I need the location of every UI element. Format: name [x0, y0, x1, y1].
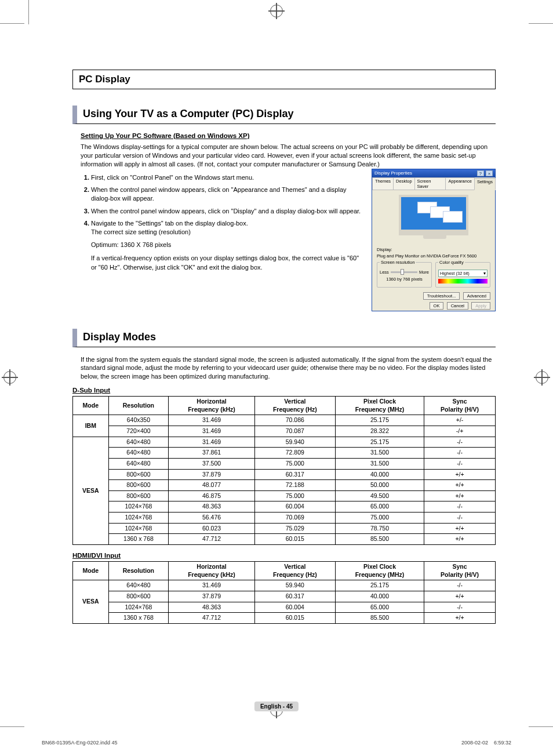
table-header: Resolution [108, 397, 169, 415]
table-row: 1024×76848.36360.00465.000-/- [73, 602, 496, 613]
registration-mark-icon [3, 371, 16, 384]
table-cell: 70.086 [254, 415, 335, 426]
table-cell: -/- [424, 448, 496, 459]
dialog-titlebar: Display Properties ? × [372, 169, 495, 177]
table-row: 720×40031.46970.08728.322-/+ [73, 426, 496, 437]
table-cell: 56.476 [169, 513, 255, 524]
table-cell: 640x350 [108, 415, 169, 426]
setup-steps: First, click on "Control Panel" on the W… [81, 173, 366, 237]
step-3: When the control panel window appears, c… [91, 207, 366, 216]
table-cell: 40.000 [335, 591, 424, 602]
table-cell: 78.750 [335, 523, 424, 534]
intro-paragraph: The Windows display-settings for a typic… [81, 143, 496, 169]
table-cell: 60.015 [254, 534, 335, 545]
table-cell: 31.500 [335, 448, 424, 459]
tab-settings[interactable]: Settings [474, 178, 496, 190]
help-icon[interactable]: ? [477, 170, 484, 176]
table-cell: 47.712 [169, 613, 255, 624]
step-4-note: If a vertical-frequency option exists on… [91, 254, 366, 272]
table-row: 1360 x 76847.71260.01585.500+/+ [73, 613, 496, 624]
table-cell: 75.000 [335, 513, 424, 524]
table-cell: +/+ [424, 480, 496, 491]
cancel-button[interactable]: Cancel [447, 302, 468, 310]
table-row: 1024×76848.36360.00465.000-/- [73, 501, 496, 513]
dsub-table: ModeResolutionHorizontalFrequency (kHz)V… [72, 396, 496, 545]
table-cell: 59.940 [254, 437, 335, 448]
display-value: Plug and Play Monitor on NVIDIA GeForce … [372, 253, 495, 260]
table-cell: 75.000 [254, 458, 335, 469]
table-cell: 720×400 [108, 426, 169, 437]
display-properties-dialog: Display Properties ? × Themes Desktop Sc… [372, 169, 496, 311]
table-cell: 85.500 [335, 534, 424, 545]
table-cell: 1024×768 [108, 513, 169, 524]
tab-desktop[interactable]: Desktop [393, 177, 415, 190]
close-icon[interactable]: × [486, 170, 493, 176]
table-cell: 70.087 [254, 426, 335, 437]
cq-group-title: Color quality [438, 260, 465, 265]
chevron-down-icon: ▾ [483, 271, 486, 276]
resolution-slider[interactable]: Less More [380, 270, 429, 275]
page-content: PC Display Using Your TV as a Computer (… [72, 70, 496, 631]
table-cell: 25.175 [335, 580, 424, 591]
step-4-text: Navigate to the "Settings" tab on the di… [91, 220, 248, 227]
table-cell: 37.861 [169, 448, 255, 459]
table-cell: 59.940 [254, 580, 335, 591]
table-cell: -/- [424, 513, 496, 524]
table-row: 1360 x 76847.71260.01585.500+/+ [73, 534, 496, 545]
table-cell: 60.023 [169, 523, 255, 534]
table-cell: 31.469 [169, 426, 255, 437]
table-header: SyncPolarity (H/V) [424, 397, 496, 415]
table-cell: 640×480 [108, 580, 169, 591]
troubleshoot-button[interactable]: Troubleshoot... [423, 292, 460, 300]
color-quality-select[interactable]: Highest (32 bit) ▾ [438, 270, 487, 277]
tab-themes[interactable]: Themes [372, 177, 394, 190]
table-header: HorizontalFrequency (kHz) [169, 397, 255, 415]
table-cell: 65.000 [335, 501, 424, 513]
table-cell: 640×480 [108, 458, 169, 469]
tab-screensaver[interactable]: Screen Saver [414, 177, 446, 190]
table-cell: 31.469 [169, 580, 255, 591]
table-row: VESA640×48031.46959.94025.175-/- [73, 437, 496, 448]
table-cell: 65.000 [335, 602, 424, 613]
table-cell: 47.712 [169, 534, 255, 545]
table-cell: 72.188 [254, 480, 335, 491]
hdmi-label: HDMI/DVI Input [72, 552, 496, 559]
table-cell: 85.500 [335, 613, 424, 624]
registration-mark-icon [536, 371, 548, 384]
table-cell: 48.363 [169, 501, 255, 513]
table-cell: 800×600 [108, 591, 169, 602]
table-cell: +/+ [424, 613, 496, 624]
table-cell: 37.879 [169, 591, 255, 602]
table-cell: 48.363 [169, 602, 255, 613]
table-cell: 1024×768 [108, 501, 169, 513]
table-cell: 75.000 [254, 490, 335, 501]
table-cell: 640×480 [108, 448, 169, 459]
table-cell: 25.175 [335, 415, 424, 426]
table-cell: +/+ [424, 523, 496, 534]
table-cell: -/- [424, 580, 496, 591]
table-cell: 31.469 [169, 415, 255, 426]
table-cell: 1024×768 [108, 523, 169, 534]
table-cell: 800×600 [108, 469, 169, 480]
step-1: First, click on "Control Panel" on the W… [91, 173, 366, 182]
monitor-preview [396, 195, 471, 235]
table-row: IBM640x35031.46970.08625.175+/- [73, 415, 496, 426]
table-cell: -/- [424, 501, 496, 513]
table-cell: 640×480 [108, 437, 169, 448]
res-less: Less [380, 270, 389, 275]
advanced-button[interactable]: Advanced [463, 292, 490, 300]
screen-resolution-group: Screen resolution Less More 1360 by 768 … [377, 262, 432, 288]
table-cell: 60.317 [254, 591, 335, 602]
table-cell: +/+ [424, 490, 496, 501]
dsub-label: D-Sub Input [72, 387, 496, 394]
apply-button[interactable]: Apply [471, 302, 490, 310]
tab-appearance[interactable]: Appearance [445, 177, 474, 190]
step-4-optimum: Optimum: 1360 X 768 pixels [91, 241, 366, 249]
table-cell: 70.069 [254, 513, 335, 524]
ok-button[interactable]: OK [430, 302, 444, 310]
table-cell: 1024×768 [108, 602, 169, 613]
print-id-left: BN68-01395A-Eng-0202.indd 45 [42, 740, 118, 746]
table-header: Mode [73, 562, 109, 580]
res-more: More [419, 270, 429, 275]
table-header: SyncPolarity (H/V) [424, 562, 496, 580]
